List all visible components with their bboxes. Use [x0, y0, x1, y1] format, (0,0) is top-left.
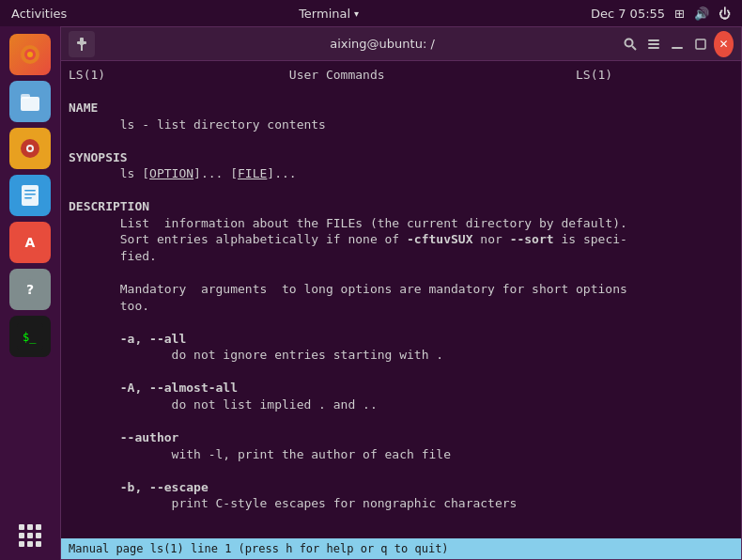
- blank: [69, 364, 734, 381]
- opt-A-desc: do not list implied . and ..: [69, 397, 734, 413]
- name-heading: NAME: [69, 101, 98, 115]
- maximize-button[interactable]: [690, 31, 710, 57]
- bold-sort: --sort: [510, 232, 554, 246]
- sidebar-item-music[interactable]: [9, 128, 51, 169]
- menu-button[interactable]: [644, 31, 664, 57]
- blank: [69, 265, 734, 282]
- terminal-content[interactable]: LS(1) User Commands LS(1) NAME ls - list…: [61, 61, 741, 538]
- activities-button[interactable]: Activities: [11, 7, 67, 21]
- apps-dot: [19, 541, 24, 547]
- status-bar: Manual page ls(1) line 1 (press h for he…: [61, 538, 741, 559]
- sidebar-item-software[interactable]: A: [9, 222, 51, 263]
- apps-dot: [19, 524, 24, 530]
- svg-rect-23: [648, 39, 659, 41]
- svg-rect-27: [696, 39, 705, 49]
- svg-point-21: [626, 39, 633, 46]
- sidebar-item-terminal[interactable]: $_: [9, 316, 51, 357]
- section-synopsis: SYNOPSIS: [69, 149, 734, 166]
- man-header: LS(1) User Commands LS(1): [69, 67, 734, 84]
- apps-grid-button[interactable]: [9, 515, 51, 556]
- svg-point-2: [27, 52, 33, 57]
- svg-point-7: [28, 147, 32, 150]
- svg-rect-19: [77, 41, 86, 44]
- opt-a-desc: do not ignore entries starting with .: [69, 347, 734, 364]
- terminal-titlebar: aixing@ubuntu: /: [61, 27, 741, 61]
- sidebar-item-firefox[interactable]: [9, 34, 51, 75]
- opt-author-desc: with -l, print the author of each file: [69, 446, 734, 463]
- svg-text:A: A: [25, 235, 36, 250]
- pin-button[interactable]: [69, 31, 95, 57]
- desc-line1: List information about the FILEs (the cu…: [69, 215, 734, 232]
- opt-a-label: -a, --all: [69, 331, 734, 348]
- opt-b-desc: print C-style escapes for nongraphic cha…: [69, 495, 734, 512]
- sidebar-item-help[interactable]: ?: [9, 269, 51, 310]
- close-button[interactable]: ✕: [714, 31, 734, 57]
- description-heading: DESCRIPTION: [69, 199, 149, 213]
- minimize-button[interactable]: [668, 31, 688, 57]
- opt-A-label: -A, --almost-all: [69, 380, 734, 397]
- svg-rect-24: [648, 43, 659, 45]
- blank: [69, 182, 734, 199]
- desc-line5: too.: [69, 298, 734, 315]
- svg-rect-26: [672, 47, 683, 49]
- section-name: NAME: [69, 100, 734, 117]
- apps-dot: [27, 524, 33, 530]
- apps-dot: [36, 533, 41, 538]
- terminal-menu[interactable]: Terminal ▾: [299, 7, 359, 21]
- volume-icon[interactable]: 🔊: [694, 7, 709, 21]
- sidebar-item-writer[interactable]: [9, 175, 51, 216]
- sidebar: A ? $_: [0, 26, 60, 560]
- datetime-display: Dec 7 05:55: [591, 7, 665, 21]
- network-icon: ⊞: [674, 7, 685, 21]
- apps-dot: [27, 533, 33, 538]
- svg-text:$_: $_: [23, 331, 37, 344]
- opt-b-label: -b, --escape: [69, 479, 734, 496]
- terminal-label-text: Terminal: [299, 7, 350, 21]
- desc-line2: Sort entries alphabetically if none of -…: [69, 231, 734, 248]
- desc-line4: Mandatory arguments to long options are …: [69, 281, 734, 298]
- svg-rect-25: [648, 47, 659, 49]
- blank: [69, 84, 734, 101]
- apps-dot: [36, 541, 41, 547]
- power-icon[interactable]: ⏻: [719, 7, 731, 21]
- blank: [69, 314, 734, 331]
- top-bar: Activities Terminal ▾ Dec 7 05:55 ⊞ 🔊 ⏻: [0, 0, 742, 26]
- status-text: Manual page ls(1) line 1 (press h for he…: [69, 542, 449, 555]
- synopsis-heading: SYNOPSIS: [69, 150, 128, 164]
- svg-rect-10: [24, 194, 36, 195]
- apps-dot: [36, 524, 41, 530]
- file-underline: FILE: [238, 166, 267, 180]
- svg-rect-9: [24, 190, 36, 192]
- main-layout: A ? $_: [0, 26, 742, 560]
- blank: [69, 132, 734, 149]
- terminal-window: aixing@ubuntu: /: [60, 26, 742, 560]
- synopsis-cmd: ls [OPTION]... [FILE]...: [69, 165, 734, 182]
- opt-author-label: --author: [69, 429, 734, 446]
- sidebar-item-files[interactable]: [9, 81, 51, 122]
- svg-rect-8: [22, 185, 39, 206]
- svg-line-22: [632, 46, 636, 50]
- apps-dot: [19, 533, 24, 538]
- desc-line3: fied.: [69, 248, 734, 265]
- name-desc: ls - list directory contents: [69, 117, 734, 133]
- apps-dot: [27, 541, 33, 547]
- svg-rect-4: [21, 94, 30, 99]
- search-button[interactable]: [621, 31, 641, 57]
- svg-rect-3: [21, 97, 39, 111]
- svg-text:?: ?: [26, 282, 34, 297]
- terminal-title: aixing@ubuntu: /: [144, 37, 621, 51]
- option-underline: OPTION: [149, 166, 193, 180]
- bold-cftuvSUX: -cftuvSUX: [407, 232, 472, 246]
- section-description: DESCRIPTION: [69, 198, 734, 215]
- terminal-chevron-icon: ▾: [354, 8, 359, 19]
- svg-rect-11: [24, 197, 32, 199]
- blank: [69, 412, 734, 429]
- blank: [69, 462, 734, 479]
